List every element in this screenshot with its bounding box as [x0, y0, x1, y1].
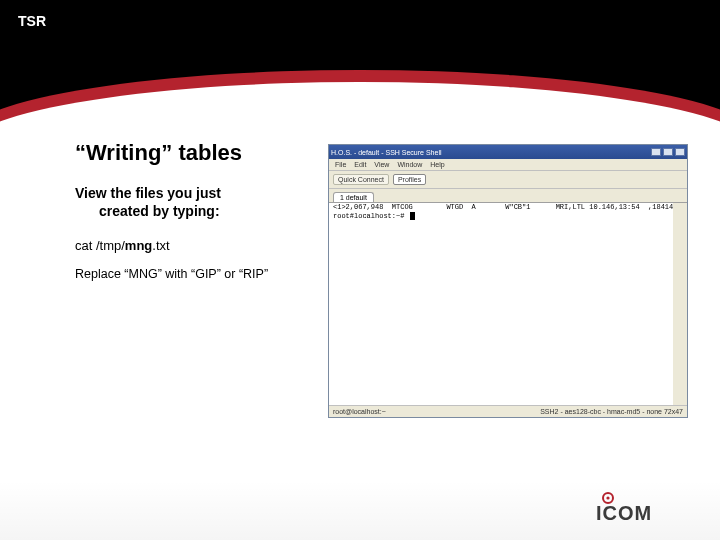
window-titlebar: H.O.S. - default - SSH Secure Shell — [329, 145, 687, 159]
scrollbar-thumb[interactable] — [674, 205, 686, 223]
window-title: H.O.S. - default - SSH Secure Shell — [331, 149, 442, 156]
status-right: SSH2 - aes128-cbc - hmac-md5 - none 72x4… — [540, 408, 683, 415]
quick-connect-button[interactable]: Quick Connect — [333, 174, 389, 185]
maximize-button[interactable] — [663, 148, 673, 156]
slide-heading: “Writing” tables — [75, 140, 315, 166]
slide-text-block: “Writing” tables View the files you just… — [75, 140, 315, 281]
menu-file[interactable]: File — [335, 161, 346, 168]
close-button[interactable] — [675, 148, 685, 156]
svg-text:ICOM: ICOM — [596, 502, 652, 524]
cmd-prefix: cat /tmp/ — [75, 238, 125, 253]
svg-point-1 — [606, 496, 609, 499]
top-bar-label: TSR — [18, 13, 46, 29]
profiles-button[interactable]: Profiles — [393, 174, 426, 185]
icom-logo-icon: ICOM — [596, 490, 692, 524]
tab-default[interactable]: 1 default — [333, 192, 374, 202]
menu-window[interactable]: Window — [397, 161, 422, 168]
menu-bar: File Edit View Window Help — [329, 159, 687, 171]
slide-subheading: View the files you just created by typin… — [75, 184, 315, 220]
toolbar: Quick Connect Profiles — [329, 171, 687, 189]
cmd-bold: mng — [125, 238, 152, 253]
brand-logo: ICOM — [596, 490, 692, 524]
sub-line-1: View the files you just — [75, 185, 221, 201]
sub-line-2: created by typing: — [75, 202, 315, 220]
top-bar: TSR — [0, 0, 720, 42]
terminal-prompt-line: root#localhost:~# — [329, 212, 673, 221]
menu-help[interactable]: Help — [430, 161, 444, 168]
status-left: root@localhost:~ — [333, 408, 386, 415]
menu-edit[interactable]: Edit — [354, 161, 366, 168]
window-buttons — [651, 148, 685, 156]
replace-note: Replace “MNG” with “GIP” or “RIP” — [75, 267, 315, 281]
terminal-output-line: <1>2,067,948 MTCOG WTGD A W"CB"1 MRI,LTL… — [329, 203, 673, 212]
terminal-body[interactable]: <1>2,067,948 MTCOG WTGD A W"CB"1 MRI,LTL… — [329, 203, 687, 405]
status-bar: root@localhost:~ SSH2 - aes128-cbc - hma… — [329, 405, 687, 417]
command-text: cat /tmp/mng.txt — [75, 238, 315, 253]
minimize-button[interactable] — [651, 148, 661, 156]
terminal-screenshot: H.O.S. - default - SSH Secure Shell File… — [328, 144, 688, 418]
header-curve — [0, 42, 720, 122]
menu-view[interactable]: View — [374, 161, 389, 168]
tab-strip: 1 default — [329, 189, 687, 203]
cmd-suffix: .txt — [152, 238, 169, 253]
